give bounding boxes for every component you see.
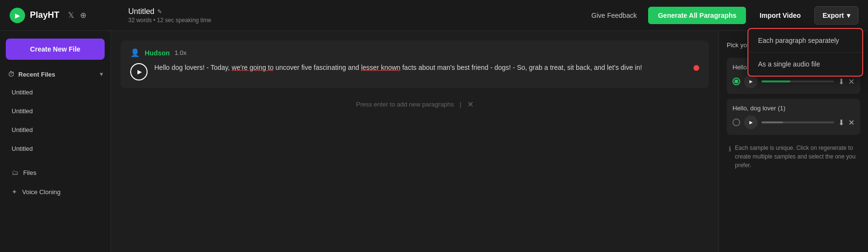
sidebar: Create New File ⏱ Recent Files ▾ Untitle… bbox=[0, 31, 111, 252]
recent-file-item[interactable]: Untitled bbox=[6, 85, 105, 100]
import-video-button[interactable]: Import Video bbox=[752, 7, 808, 24]
version-2-radio[interactable] bbox=[732, 119, 740, 126]
export-option-each-paragraph[interactable]: Each paragraph separately bbox=[748, 29, 862, 53]
audio-controls-2: ⬇ ✕ bbox=[732, 116, 854, 129]
dismiss-hint-button[interactable]: ✕ bbox=[467, 100, 474, 109]
logo-text: PlayHT bbox=[30, 10, 59, 20]
voice-user-icon: 👤 bbox=[130, 48, 140, 57]
playht-logo-icon: ▶ bbox=[10, 8, 25, 23]
voice-info: 👤 Hudson 1.0x bbox=[130, 48, 699, 57]
version-2-play-button[interactable] bbox=[744, 116, 758, 129]
info-icon: ℹ bbox=[729, 144, 731, 154]
content-area: 👤 Hudson 1.0x Hello dog lovers! - Today,… bbox=[111, 31, 719, 252]
version-1-progress-fill bbox=[761, 80, 790, 82]
version-1-download-icon[interactable]: ⬇ bbox=[838, 77, 844, 86]
version-1-radio[interactable] bbox=[732, 78, 740, 85]
paragraph-content: Hello dog lovers! - Today, we're going t… bbox=[130, 62, 699, 80]
edit-icon[interactable]: ✎ bbox=[157, 8, 162, 15]
files-icon: 🗂 bbox=[12, 169, 18, 176]
underline-phrase-2: lesser known bbox=[361, 64, 401, 71]
paragraph-play-button[interactable] bbox=[130, 63, 148, 80]
social-icons: 𝕏 ⊕ bbox=[68, 11, 86, 20]
main-layout: Create New File ⏱ Recent Files ▾ Untitle… bbox=[0, 31, 868, 252]
sidebar-item-voice-cloning[interactable]: ✦ Voice Cloning bbox=[6, 183, 105, 200]
paragraph-end-marker bbox=[693, 65, 699, 71]
voice-cloning-icon: ✦ bbox=[12, 188, 17, 196]
version-2-download-icon[interactable]: ⬇ bbox=[838, 118, 844, 127]
version-2-progress-bar bbox=[761, 121, 834, 123]
audio-version-2: Hello, dog lover (1) ⬇ ✕ bbox=[727, 99, 860, 135]
header: ▶ PlayHT 𝕏 ⊕ Untitled ✎ 32 words • 12 se… bbox=[0, 0, 868, 31]
clock-icon: ⏱ bbox=[8, 70, 14, 78]
paragraph-block: 👤 Hudson 1.0x Hello dog lovers! - Today,… bbox=[121, 40, 709, 88]
recent-file-item[interactable]: Untitled bbox=[6, 104, 105, 119]
files-label: Files bbox=[23, 169, 36, 176]
give-feedback-button[interactable]: Give Feedback bbox=[585, 8, 642, 23]
export-option-single-audio[interactable]: As a single audio file bbox=[748, 53, 862, 76]
create-new-file-button[interactable]: Create New File bbox=[6, 39, 105, 60]
add-paragraph-hint: Press enter to add new paragraphs | ✕ bbox=[121, 94, 709, 115]
discord-icon[interactable]: ⊕ bbox=[80, 11, 86, 20]
export-chevron-icon: ▾ bbox=[847, 12, 850, 19]
export-button[interactable]: Export ▾ bbox=[814, 6, 858, 25]
add-paragraph-hint-text: Press enter to add new paragraphs bbox=[356, 101, 454, 108]
audio-version-2-title: Hello, dog lover (1) bbox=[732, 105, 854, 112]
version-1-close-icon[interactable]: ✕ bbox=[848, 77, 854, 86]
header-center: Untitled ✎ 32 words • 12 sec speaking ti… bbox=[121, 7, 585, 24]
export-label: Export bbox=[823, 12, 844, 19]
panel-info-text: Each sample is unique. Click on regenera… bbox=[735, 144, 858, 170]
voice-speed[interactable]: 1.0x bbox=[175, 49, 187, 56]
recent-files-chevron-icon: ▾ bbox=[100, 71, 103, 78]
underline-phrase-1: we're going to bbox=[232, 64, 274, 71]
version-1-progress-bar bbox=[761, 80, 834, 82]
doc-meta: 32 words • 12 sec speaking time bbox=[128, 17, 211, 24]
generate-all-paragraphs-button[interactable]: Generate All Paragraphs bbox=[648, 7, 746, 24]
recent-file-item[interactable]: Untitled bbox=[6, 122, 105, 137]
separator: | bbox=[460, 101, 461, 108]
export-dropdown: Each paragraph separately As a single au… bbox=[747, 28, 863, 77]
version-2-progress-fill bbox=[761, 121, 783, 123]
voice-name[interactable]: Hudson bbox=[145, 49, 170, 57]
doc-title-text[interactable]: Untitled bbox=[128, 7, 154, 16]
doc-title-area: Untitled ✎ 32 words • 12 sec speaking ti… bbox=[128, 7, 211, 24]
version-1-play-button[interactable] bbox=[744, 75, 758, 88]
twitter-icon[interactable]: 𝕏 bbox=[68, 11, 74, 20]
panel-info: ℹ Each sample is unique. Click on regene… bbox=[727, 144, 860, 170]
document-title: Untitled ✎ bbox=[128, 7, 211, 16]
paragraph-text[interactable]: Hello dog lovers! - Today, we're going t… bbox=[154, 62, 687, 74]
recent-file-item[interactable]: Untitled bbox=[6, 141, 105, 156]
sidebar-item-files[interactable]: 🗂 Files bbox=[6, 164, 105, 181]
audio-controls-1: ⬇ ✕ bbox=[732, 75, 854, 88]
recent-files-label: Recent Files bbox=[18, 71, 55, 78]
logo-area: ▶ PlayHT 𝕏 ⊕ bbox=[10, 8, 121, 23]
voice-cloning-label: Voice Cloning bbox=[22, 188, 61, 196]
recent-files-header[interactable]: ⏱ Recent Files ▾ bbox=[6, 67, 105, 81]
version-2-close-icon[interactable]: ✕ bbox=[848, 118, 854, 127]
sidebar-nav: 🗂 Files ✦ Voice Cloning bbox=[6, 164, 105, 200]
header-actions: Give Feedback Generate All Paragraphs Im… bbox=[585, 6, 858, 25]
